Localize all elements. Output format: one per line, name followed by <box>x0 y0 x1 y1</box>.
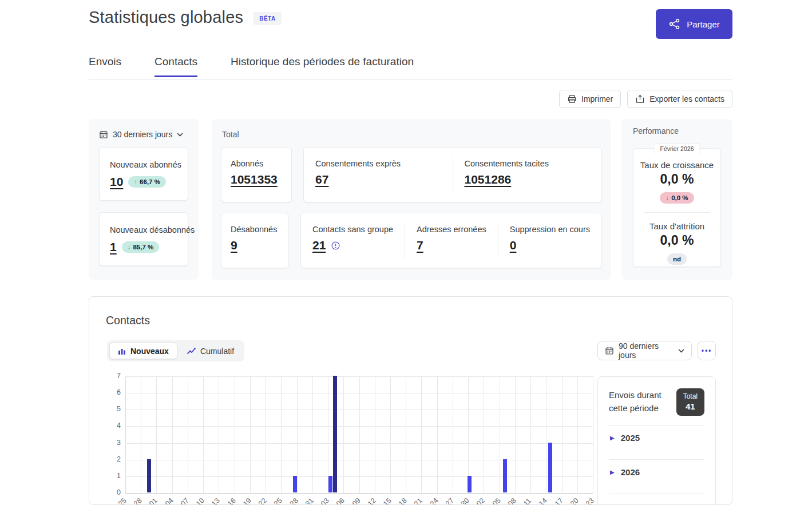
x-axis-tick-label: 27 <box>444 496 455 505</box>
gridline <box>125 376 126 493</box>
gridline <box>500 376 500 493</box>
express-consents-label: Consentements exprès <box>315 159 441 168</box>
x-axis-tick-label: 07 <box>179 496 191 505</box>
tab-historique-facturation[interactable]: Historique des périodes de facturation <box>231 55 414 77</box>
share-button[interactable]: Partager <box>656 9 732 39</box>
trend-up-icon: ↑ <box>134 178 137 185</box>
gridline <box>156 376 157 493</box>
x-axis-tick-label: 17 <box>553 496 565 505</box>
bad-addresses-value[interactable]: 7 <box>417 238 423 252</box>
gridline <box>593 376 593 493</box>
x-axis-tick-label: 24 <box>429 496 440 505</box>
pending-deletion-value[interactable]: 0 <box>510 238 517 252</box>
chart-bar[interactable] <box>328 476 332 492</box>
chart-bar[interactable] <box>293 476 297 492</box>
year-row-2026[interactable]: ▶ 2026 <box>609 460 704 484</box>
year-row-2025[interactable]: ▶ 2025 <box>609 426 704 450</box>
x-axis-tick-label: 03 <box>319 496 331 505</box>
gridline <box>125 376 593 377</box>
y-axis-tick-label: 4 <box>106 422 121 430</box>
tab-envois[interactable]: Envois <box>89 55 121 77</box>
gridline <box>530 376 531 493</box>
export-icon <box>635 94 645 104</box>
share-icon <box>668 18 681 30</box>
new-unsubscribers-label: Nouveaux désabonnés <box>110 224 177 236</box>
attrition-rate-label: Taux d'attrition <box>633 221 720 231</box>
total-badge-value: 41 <box>683 401 698 412</box>
new-subscribers-delta-badge: ↑66,7 % <box>128 176 166 188</box>
x-axis-tick-label: 08 <box>506 496 518 505</box>
x-axis-tick-label: 31 <box>304 496 315 505</box>
beta-badge: BÊTA <box>253 12 281 25</box>
performance-panel-title: Performance <box>633 126 721 136</box>
chart-range-label: 90 derniers jours <box>619 341 674 360</box>
period-panel: 30 derniers jours Nouveaux abonnés 10 ↑6… <box>89 119 199 280</box>
x-axis-tick-label: 10 <box>195 496 206 505</box>
x-axis-tick-label: 30 <box>460 496 471 505</box>
gridline <box>281 376 282 493</box>
new-unsubscribers-card: Nouveaux désabonnés 1 ↓85,7 % <box>99 212 188 266</box>
chart-bar[interactable] <box>147 459 151 492</box>
share-button-label: Partager <box>687 19 720 29</box>
actions-row: Imprimer Exporter les contacts <box>559 90 732 108</box>
gridline <box>421 376 422 493</box>
x-axis-tick-label: 21 <box>413 496 425 505</box>
gridline <box>266 376 266 493</box>
growth-rate-value: 0,0 % <box>633 172 720 187</box>
x-axis-tick-label: 20 <box>569 496 580 505</box>
print-button-label: Imprimer <box>581 94 613 104</box>
line-chart-icon <box>187 347 196 355</box>
gridline <box>437 376 438 493</box>
gridline <box>125 426 593 427</box>
y-axis-tick-label: 5 <box>106 405 121 413</box>
print-button[interactable]: Imprimer <box>559 90 621 108</box>
toggle-nouveaux-label: Nouveaux <box>130 347 169 356</box>
gridline <box>390 376 391 493</box>
new-unsubscribers-value[interactable]: 1 <box>110 240 117 254</box>
subscribers-value[interactable]: 1051353 <box>231 173 278 186</box>
new-subscribers-delta: 66,7 % <box>140 178 160 185</box>
pending-deletion-col: Suppression en cours 0 <box>498 222 601 259</box>
no-group-value[interactable]: 21 <box>312 238 326 252</box>
y-axis-tick-label: 3 <box>106 439 121 447</box>
period-dropdown[interactable]: 30 derniers jours <box>99 126 188 147</box>
tab-contacts[interactable]: Contacts <box>155 55 197 77</box>
express-consents-value[interactable]: 67 <box>315 173 328 186</box>
info-icon[interactable] <box>331 241 340 250</box>
total-panel: Total Abonnés 1051353 Consentements expr… <box>212 119 611 280</box>
chart-menu-button[interactable]: ••• <box>698 341 716 360</box>
chart-bar[interactable] <box>503 459 507 492</box>
export-contacts-button[interactable]: Exporter les contacts <box>627 90 732 108</box>
period-dropdown-label: 30 derniers jours <box>113 130 172 139</box>
chart-bar[interactable] <box>548 443 552 492</box>
new-subscribers-value[interactable]: 10 <box>110 175 123 189</box>
x-axis-tick-label: 16 <box>226 496 237 505</box>
x-axis-tick-label: 28 <box>288 496 300 505</box>
toggle-cumulatif[interactable]: Cumulatif <box>179 343 242 359</box>
gridline <box>125 460 593 460</box>
tacit-consents-value[interactable]: 1051286 <box>465 173 512 186</box>
gridline <box>125 409 593 410</box>
bad-addresses-label: Adresses erronées <box>417 225 486 234</box>
chart-bar[interactable] <box>468 476 472 492</box>
total-panel-title: Total <box>221 126 602 147</box>
x-axis-tick-label: 23 <box>584 496 596 505</box>
envois-text-line1: Envois durant <box>609 388 662 401</box>
gridline <box>141 376 141 493</box>
x-axis-tick-label: 05 <box>491 496 502 505</box>
no-group-label: Contacts sans groupe <box>312 225 393 234</box>
unsubscribed-label: Désabonnés <box>231 225 279 234</box>
x-axis-tick-label: 25 <box>117 496 128 505</box>
growth-delta-badge: ↓0,0 % <box>660 192 694 204</box>
growth-delta: 0,0 % <box>671 194 688 201</box>
month-tab: Février 2026 <box>654 143 700 154</box>
y-axis-tick-label: 2 <box>106 455 121 463</box>
unsubscribed-value[interactable]: 9 <box>231 238 237 252</box>
chart-range-dropdown[interactable]: 90 derniers jours <box>597 341 692 360</box>
attrition-badge: nd <box>667 253 687 265</box>
chart-bar[interactable] <box>333 376 337 492</box>
x-axis-tick-label: 13 <box>210 496 221 505</box>
gridline <box>484 376 484 493</box>
toggle-nouveaux[interactable]: Nouveaux <box>109 343 177 359</box>
calendar-icon <box>605 346 614 355</box>
